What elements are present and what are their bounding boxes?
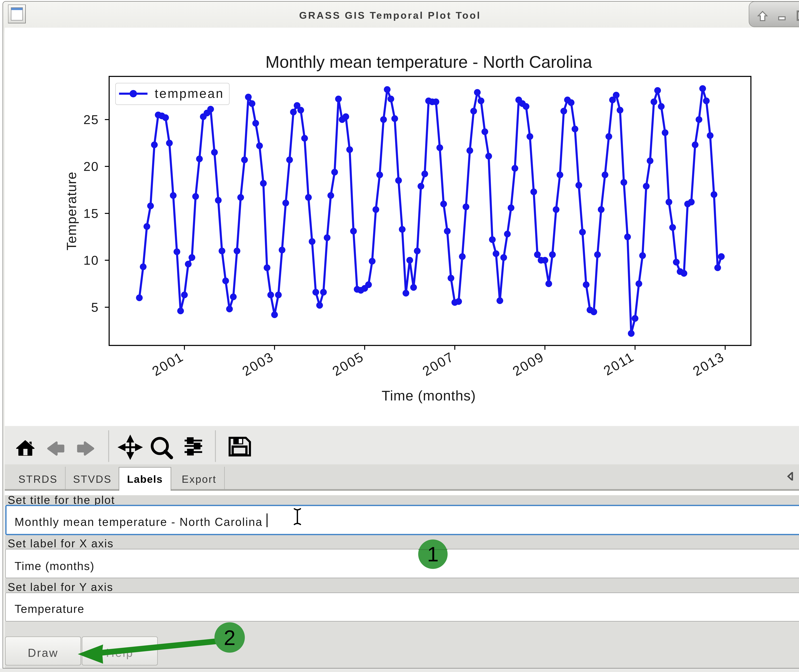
svg-text:25: 25 [83, 112, 99, 127]
svg-text:15: 15 [83, 206, 99, 221]
svg-text:1: 1 [427, 542, 439, 566]
svg-text:2: 2 [224, 626, 235, 650]
svg-text:2007: 2007 [420, 349, 457, 379]
svg-text:2003: 2003 [240, 349, 276, 379]
svg-text:tempmean: tempmean [155, 86, 224, 101]
svg-text:2001: 2001 [149, 349, 186, 379]
svg-text:Time (months): Time (months) [382, 388, 476, 403]
svg-text:10: 10 [83, 253, 99, 267]
svg-text:2009: 2009 [510, 349, 547, 379]
svg-text:2013: 2013 [690, 349, 727, 379]
svg-text:Monthly mean temperature - Nor: Monthly mean temperature - North Carolin… [265, 53, 592, 71]
svg-text:2005: 2005 [330, 349, 366, 379]
svg-text:5: 5 [91, 300, 99, 314]
svg-text:20: 20 [83, 159, 99, 174]
svg-text:Temperature: Temperature [64, 171, 79, 251]
svg-text:2011: 2011 [601, 349, 637, 378]
